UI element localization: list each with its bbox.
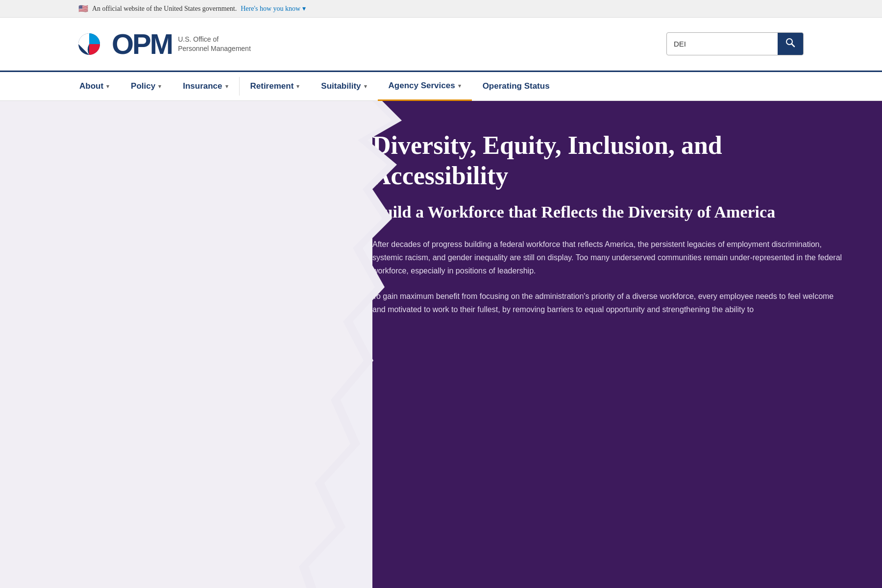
nav-item-operating-status[interactable]: Operating Status bbox=[472, 72, 561, 100]
logo-area: OPM U.S. Office of Personnel Management bbox=[78, 27, 251, 60]
decorative-divider bbox=[39, 330, 333, 335]
opm-logo[interactable]: OPM bbox=[78, 27, 172, 60]
search-button[interactable] bbox=[778, 33, 803, 55]
chevron-down-icon: ▾ bbox=[296, 83, 299, 90]
search-area[interactable] bbox=[666, 32, 804, 55]
nav-item-suitability[interactable]: Suitability ▾ bbox=[310, 72, 377, 100]
heres-how-you-know-link[interactable]: Here's how you know ▾ bbox=[241, 4, 306, 13]
dei-subtitle: Build a Workforce that Reflects the Dive… bbox=[372, 201, 843, 223]
cyan-bar bbox=[39, 330, 53, 335]
helper-text-2: Visit our homepage for helpful tools and… bbox=[39, 380, 333, 402]
dei-panel: Diversity, Equity, Inclusion, and Access… bbox=[333, 101, 882, 588]
error-panel: 404 🛸 Page Not Found We're sorry, we can… bbox=[0, 101, 372, 588]
svg-line-2 bbox=[792, 44, 795, 47]
page-not-found-title: Page Not Found bbox=[39, 233, 333, 261]
ufo-icon: 🛸 bbox=[196, 101, 233, 136]
red-bar bbox=[56, 330, 67, 335]
error-404-text: 404 bbox=[39, 130, 191, 228]
nav-item-insurance[interactable]: Insurance ▾ bbox=[172, 72, 239, 100]
search-input[interactable] bbox=[667, 35, 778, 53]
chevron-down-icon: ▾ bbox=[364, 83, 367, 90]
search-icon bbox=[785, 38, 795, 48]
site-header: OPM U.S. Office of Personnel Management bbox=[0, 18, 882, 71]
sorry-text: We're sorry, we can't find the page you'… bbox=[39, 276, 323, 316]
opm-logo-icon bbox=[78, 29, 113, 59]
visit-homepage-button[interactable]: Visit Homepage bbox=[39, 416, 141, 444]
dei-title: Diversity, Equity, Inclusion, and Access… bbox=[372, 130, 843, 192]
agency-name: U.S. Office of Personnel Management bbox=[178, 35, 251, 52]
helper-text-1: If you typed the URL directly, check you… bbox=[39, 350, 333, 372]
gov-banner: 🇺🇸 An official website of the United Sta… bbox=[0, 0, 882, 18]
action-buttons: Visit Homepage Contact Us bbox=[39, 416, 333, 444]
gov-banner-text: An official website of the United States… bbox=[92, 5, 237, 13]
navy-bar bbox=[70, 330, 187, 335]
nav-item-retirement[interactable]: Retirement ▾ bbox=[240, 72, 311, 100]
chevron-down-icon: ▾ bbox=[458, 83, 461, 89]
phone-assistance-text: For immediate assistance, call (202) 606… bbox=[39, 459, 333, 467]
chevron-down-icon: ▾ bbox=[106, 83, 109, 90]
chevron-down-icon: ▾ bbox=[158, 83, 161, 90]
error-code-area: 404 🛸 bbox=[39, 130, 333, 228]
opm-text: OPM bbox=[112, 27, 172, 60]
dei-paragraph-1: After decades of progress building a fed… bbox=[372, 238, 843, 278]
nav-item-policy[interactable]: Policy ▾ bbox=[120, 72, 172, 100]
us-flag-icon: 🇺🇸 bbox=[78, 4, 88, 13]
content-wrapper: Diversity, Equity, Inclusion, and Access… bbox=[0, 101, 882, 588]
nav-item-agency-services[interactable]: Agency Services ▾ bbox=[378, 72, 472, 101]
contact-us-button[interactable]: Contact Us bbox=[148, 416, 230, 444]
chevron-down-icon: ▾ bbox=[225, 83, 228, 90]
nav-item-about[interactable]: About ▾ bbox=[69, 72, 120, 100]
main-nav: About ▾ Policy ▾ Insurance ▾ Retirement … bbox=[0, 71, 882, 101]
dei-paragraph-2: To gain maximum benefit from focusing on… bbox=[372, 290, 843, 316]
